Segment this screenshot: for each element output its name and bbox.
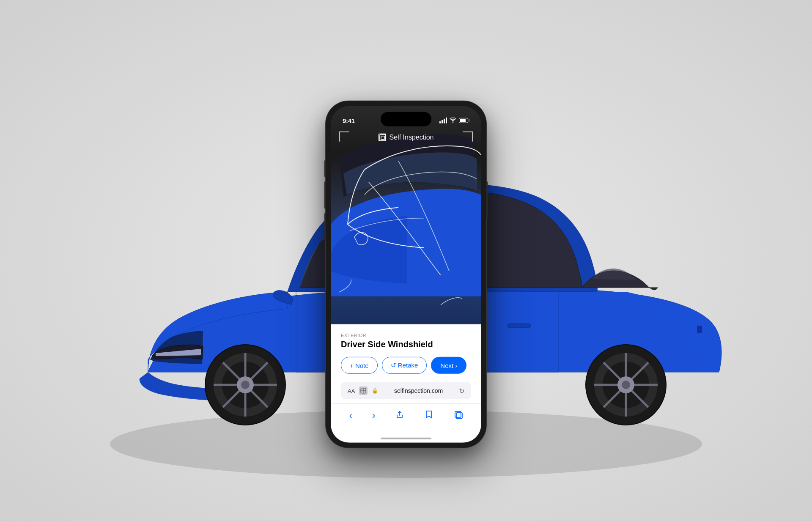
status-icons <box>439 117 469 124</box>
dynamic-island <box>381 112 431 126</box>
browser-lock-icon: 🔒 <box>372 388 378 394</box>
note-button-label: + Note <box>350 362 369 369</box>
next-button[interactable]: Next › <box>431 357 466 374</box>
svg-point-10 <box>241 381 250 389</box>
wifi-icon <box>450 117 456 124</box>
svg-rect-24 <box>380 135 386 141</box>
volume-up-button <box>324 181 326 209</box>
bottom-sheet-content: EXTERIOR Driver Side Windshield + Note ↺… <box>331 324 481 374</box>
home-indicator <box>381 438 431 439</box>
camera-title-bar: Self Inspection <box>331 134 481 141</box>
svg-rect-25 <box>381 136 384 140</box>
browser-share-button[interactable] <box>395 410 404 421</box>
svg-rect-29 <box>455 411 461 417</box>
browser-nav: ‹ › <box>331 403 481 427</box>
phone-screen: 9:41 <box>331 106 481 443</box>
note-button[interactable]: + Note <box>341 357 378 374</box>
browser-translate-icon[interactable] <box>359 387 368 395</box>
browser-aa-label[interactable]: AA <box>348 387 355 394</box>
browser-bookmarks-button[interactable] <box>424 410 433 421</box>
next-button-label: Next › <box>440 362 457 369</box>
bottom-sheet: EXTERIOR Driver Side Windshield + Note ↺… <box>331 324 481 443</box>
retake-button[interactable]: ↺ Retake <box>382 357 427 374</box>
browser-url[interactable]: selfinspection.com <box>382 387 455 394</box>
section-title: Driver Side Windshield <box>341 340 471 349</box>
self-inspection-icon <box>379 134 386 141</box>
section-label: EXTERIOR <box>341 333 471 338</box>
camera-view: Self Inspection <box>331 106 481 351</box>
svg-rect-30 <box>456 413 462 419</box>
svg-point-19 <box>622 381 630 389</box>
signal-icon <box>439 118 447 123</box>
status-time: 9:41 <box>343 117 355 124</box>
retake-button-label: ↺ Retake <box>391 362 418 369</box>
camera-title-text: Self Inspection <box>390 134 434 141</box>
action-buttons: + Note ↺ Retake Next › <box>341 357 471 374</box>
svg-rect-22 <box>697 326 702 333</box>
browser-reload-button[interactable]: ↻ <box>459 387 464 395</box>
battery-icon <box>459 118 469 123</box>
phone-frame: 9:41 <box>326 101 486 448</box>
svg-rect-21 <box>508 324 531 328</box>
browser-back-button[interactable]: ‹ <box>349 410 352 421</box>
browser-tabs-button[interactable] <box>453 410 463 421</box>
volume-down-button <box>324 213 326 241</box>
power-button <box>486 181 488 219</box>
browser-forward-button[interactable]: › <box>372 410 375 421</box>
browser-address-bar[interactable]: AA 🔒 selfinspection.com ↻ <box>341 382 471 399</box>
scan-frame <box>339 132 473 335</box>
phone-mockup: 9:41 <box>326 101 486 448</box>
